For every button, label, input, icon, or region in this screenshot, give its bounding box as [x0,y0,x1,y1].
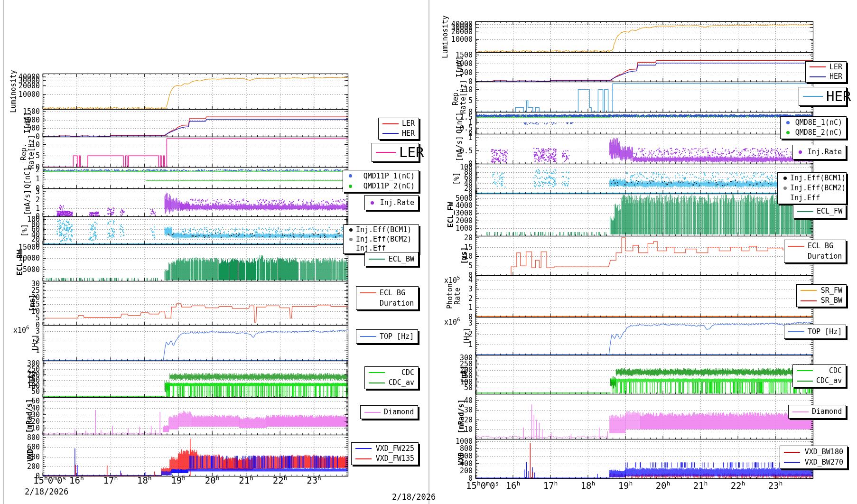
legend-item: TOP [Hz] [784,327,846,336]
legend-item: ECL_FW [793,207,846,216]
injection-efficiency-legend-label: Inj.Eff(BCM2) [356,235,415,244]
legend-cdc-left: CDCCDC_av [364,366,419,389]
legend-item: QMD11P_1(nC) [343,172,419,181]
injection-efficiency-dot-swatch [783,187,787,190]
beam-current-line-swatch [382,133,399,134]
legend-item: ECL BG [356,289,418,298]
diamond-line-swatch [364,412,381,413]
legend-item: TOP [Hz] [356,332,418,341]
legend-item: CDC [365,368,418,377]
injection-rate-dot-swatch [799,150,802,154]
legend-item: VXD_FW135 [352,454,418,463]
legend-diamond-right: Diamond [788,405,846,419]
top-line-swatch [788,331,804,332]
legend-ecl-bg-right: ECL BGDuration [784,240,846,263]
legend-item: QMD11P_2(nC) [343,182,419,191]
beam-current-line-swatch [810,76,826,77]
ecl-bg-legend-label: ECL BG [808,242,842,251]
beam-monitor-screen: LERHERLERQMD11P_1(nC)QMD11P_2(nC)Inj.Rat… [0,0,857,504]
legend-item: SR_BW [797,296,846,305]
injection-efficiency-dot-swatch [783,177,787,180]
ecl-bg-legend-label: ECL BG [380,289,414,298]
legend-item: CDC_av [365,378,418,387]
date-label-right: 2/18/2026 [392,492,436,502]
cdc-legend-label: CDC_av [816,376,842,385]
legend-ring-label-left: LER [372,143,419,162]
vxd-line-swatch [784,452,800,453]
injection-efficiency-legend-label: Inj.Eff [790,194,842,203]
top-legend-label: TOP [Hz] [380,332,414,341]
injection-efficiency-dot-swatch [349,228,353,232]
legend-item: QMD8E_2(nC) [781,128,846,137]
legend-injection-efficiency-left: Inj.Eff(BCM1)Inj.Eff(BCM2)Inj.Eff [343,224,419,254]
legend-cdc-right: CDCCDC_av [792,364,846,387]
injection-rate-legend-label: Inj.Rate [805,148,842,157]
date-label-left: 2/18/2026 [25,487,68,496]
diamond-legend-label: Diamond [384,408,414,417]
sr-legend-label: SR_BW [820,296,842,305]
legend-item: LER [372,144,419,161]
vxd-legend-label: VXD_BW180 [803,448,843,457]
injection-efficiency-legend-label: Inj.Eff(BCM1) [356,225,415,234]
vxd-legend-label: VXD_FW225 [375,444,414,453]
legend-item: Inj.Eff [778,194,846,203]
ring-label-legend-label: LER [399,144,424,161]
legend-item: HER [806,72,846,81]
legend-top-left: TOP [Hz] [356,329,418,344]
injection-rate-dot-swatch [371,201,374,205]
ring-label-line-swatch [376,152,396,153]
legend-item: LER [806,63,846,72]
legend-top-right: TOP [Hz] [784,325,846,339]
legend-item: ECL_BW [365,255,418,264]
legend-item: CDC [793,366,846,375]
legend-sr-right: SR_FWSR_BW [796,284,847,307]
bunch-charge-legend-label: QMD8E_2(nC) [793,128,842,137]
ring-label-line-swatch [803,96,823,97]
diamond-line-swatch [792,411,809,412]
swatch-spacer [360,303,376,304]
beam-current-line-swatch [382,123,399,124]
legend-vxd-left: VXD_FW225VXD_FW135 [351,442,419,465]
swatch-spacer [788,256,804,257]
legend-item: HER [799,88,846,105]
bunch-charge-dot-swatch [349,174,352,177]
legend-injection-rate-right: Inj.Rate [792,145,846,159]
legend-diamond-left: Diamond [360,405,418,419]
window-divider [428,0,429,504]
cdc-line-swatch [797,370,813,371]
legend-item: VXD_FW225 [352,444,418,453]
top-legend-label: TOP [Hz] [808,327,842,336]
swatch-spacer [349,248,353,249]
cdc-legend-label: CDC [388,368,414,377]
vxd-line-swatch [355,458,372,459]
diamond-legend-label: Diamond [812,407,842,416]
legend-ecl-bg-left: ECL BGDuration [356,286,419,310]
legend-item: Duration [356,299,418,308]
ecl-line-swatch [369,259,385,260]
bunch-charge-legend-label: QMD8E_1(nC) [793,118,842,127]
injection-rate-legend-label: Inj.Rate [377,198,414,207]
legend-item: HER [379,129,419,138]
legend-bunch-charge-left: QMD11P_1(nC)QMD11P_2(nC) [343,170,419,192]
cdc-line-swatch [797,381,813,382]
sr-line-swatch [801,290,817,291]
ecl-bg-legend-label: Duration [808,252,842,261]
ecl-legend-label: ECL_FW [817,207,842,216]
injection-efficiency-legend-label: Inj.Eff(BCM2) [790,184,846,193]
legend-item: QMD8E_1(nC) [781,118,846,127]
legend-item: VXD_BW270 [780,458,847,467]
bunch-charge-legend-label: QMD11P_1(nC) [355,172,415,181]
legend-injection-efficiency-right: Inj.Eff(BCM1)Inj.Eff(BCM2)Inj.Eff [777,172,847,204]
beam-current-line-swatch [810,66,826,67]
ecl-bg-line-swatch [788,246,804,247]
beam-current-legend-label: LER [402,119,415,128]
legend-item: Inj.Eff(BCM2) [344,235,419,244]
window-border-left [3,0,4,504]
legend-item: ECL BG [784,242,846,251]
cdc-line-swatch [369,372,385,373]
top-line-swatch [360,336,376,337]
legend-ecl-left: ECL_BW [364,252,419,266]
injection-efficiency-legend-label: Inj.Eff(BCM1) [790,174,846,183]
legend-item: SR_FW [797,286,846,295]
legend-vxd-right: VXD_BW180VXD_BW270 [780,446,848,469]
